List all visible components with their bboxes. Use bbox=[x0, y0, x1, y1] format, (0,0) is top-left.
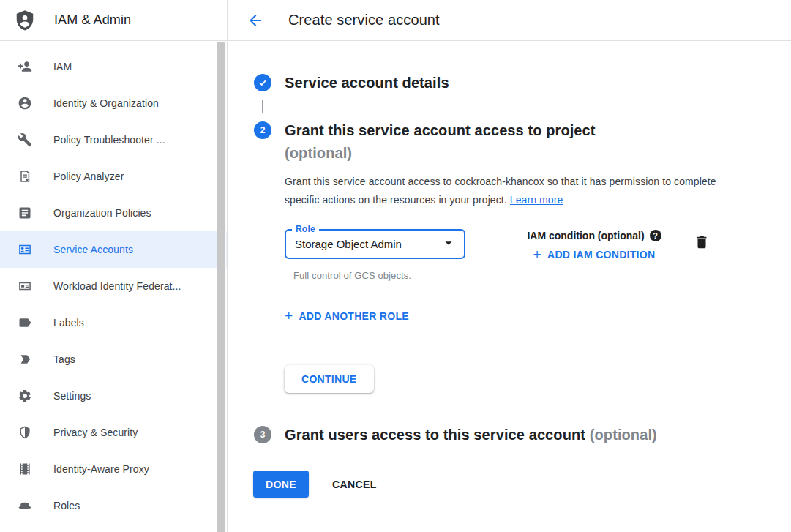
sidebar-item-label: Identity & Organization bbox=[53, 97, 159, 109]
sidebar-item-tags[interactable]: Tags bbox=[0, 341, 227, 378]
step-3-title: Grant users access to this service accou… bbox=[285, 424, 657, 446]
delete-role-button[interactable] bbox=[693, 234, 711, 252]
iam-shield-logo-icon bbox=[13, 9, 37, 32]
learn-more-link[interactable]: Learn more bbox=[510, 194, 563, 206]
person-add-icon bbox=[18, 59, 32, 74]
sidebar-item-label: Labels bbox=[53, 317, 84, 329]
identity-person-icon bbox=[18, 96, 32, 110]
back-arrow-icon bbox=[247, 12, 264, 29]
step-1-rail bbox=[254, 72, 271, 94]
step-2-description: Grant this service account access to coc… bbox=[285, 173, 719, 209]
sidebar-item-label: Service Accounts bbox=[53, 244, 133, 255]
role-helper-text: Full control of GCS objects. bbox=[293, 270, 719, 281]
sidebar-item-label: Settings bbox=[53, 390, 91, 402]
gear-icon bbox=[18, 389, 32, 403]
document-lines-icon bbox=[18, 206, 32, 220]
step-connector-line bbox=[262, 100, 263, 113]
shield-half-icon bbox=[18, 425, 32, 440]
wrench-icon bbox=[18, 132, 32, 147]
sidebar-item-service-accounts[interactable]: Service Accounts bbox=[0, 231, 227, 268]
sidebar-item-label: Privacy & Security bbox=[53, 427, 138, 438]
sidebar-item-label: Organization Policies bbox=[53, 207, 151, 219]
label-tag-icon bbox=[18, 315, 32, 330]
sidebar-item-label: Policy Troubleshooter ... bbox=[53, 134, 165, 146]
sidebar-item-label: Identity-Aware Proxy bbox=[53, 463, 149, 475]
iam-condition-label: IAM condition (optional) bbox=[527, 230, 644, 241]
id-card-icon bbox=[18, 279, 32, 293]
plus-icon: + bbox=[285, 311, 293, 321]
scrollbar-thumb[interactable] bbox=[217, 42, 225, 532]
service-account-badge-icon bbox=[18, 242, 32, 257]
dropdown-caret-icon bbox=[441, 235, 457, 254]
step-2-rail: 2 bbox=[254, 119, 271, 412]
page-header: Create service account bbox=[228, 0, 791, 41]
back-button[interactable] bbox=[247, 12, 264, 29]
add-iam-condition-button[interactable]: + ADD IAM CONDITION bbox=[533, 249, 656, 261]
sidebar-item-organization-policies[interactable]: Organization Policies bbox=[0, 195, 227, 231]
sidebar-item-label: IAM bbox=[53, 61, 72, 72]
role-field-label: Role bbox=[292, 224, 319, 234]
filmstrip-icon bbox=[18, 462, 32, 476]
sidebar-item-privacy-security[interactable]: Privacy & Security bbox=[0, 414, 227, 451]
step-2-connector-line bbox=[263, 146, 263, 402]
step-2-title: Grant this service account access to pro… bbox=[285, 119, 719, 165]
sidebar-header: IAM & Admin bbox=[0, 0, 227, 41]
iam-condition-label-row: IAM condition (optional) ? bbox=[527, 230, 661, 241]
iam-condition-column: IAM condition (optional) ? + ADD IAM CON… bbox=[517, 229, 671, 262]
step-2-number-badge: 2 bbox=[254, 121, 271, 139]
step-3-number-badge: 3 bbox=[254, 426, 271, 443]
step-1-service-account-details: Service account details bbox=[228, 72, 791, 94]
sidebar-scrollbar[interactable] bbox=[217, 42, 226, 532]
footer-actions: DONE CANCEL bbox=[253, 471, 791, 498]
sidebar: IAM & Admin IAM Identity & Organization … bbox=[0, 0, 228, 532]
sidebar-item-labels[interactable]: Labels bbox=[0, 304, 227, 341]
page-title: Create service account bbox=[288, 12, 440, 29]
plus-icon: + bbox=[533, 250, 541, 260]
step-1-complete-icon bbox=[254, 74, 271, 91]
sidebar-nav: IAM Identity & Organization Policy Troub… bbox=[0, 41, 227, 524]
step-1-body: Service account details bbox=[285, 72, 449, 94]
sidebar-item-identity-organization[interactable]: Identity & Organization bbox=[0, 85, 227, 121]
sidebar-item-roles[interactable]: Roles bbox=[0, 487, 227, 524]
sidebar-item-settings[interactable]: Settings bbox=[0, 378, 227, 414]
sidebar-item-label: Tags bbox=[53, 353, 75, 365]
main-panel: Create service account Service account d… bbox=[228, 0, 791, 532]
done-button[interactable]: DONE bbox=[253, 471, 309, 498]
step-3-rail: 3 bbox=[254, 424, 271, 446]
sidebar-item-identity-aware-proxy[interactable]: Identity-Aware Proxy bbox=[0, 451, 227, 487]
hat-icon bbox=[18, 498, 32, 513]
document-gear-icon bbox=[18, 169, 32, 184]
role-selected-value: Storage Object Admin bbox=[295, 238, 402, 250]
step-1-title: Service account details bbox=[285, 72, 449, 94]
product-name: IAM & Admin bbox=[54, 12, 131, 28]
sidebar-item-label: Roles bbox=[53, 500, 80, 512]
continue-button[interactable]: CONTINUE bbox=[285, 365, 374, 393]
step-2-optional-label: (optional) bbox=[285, 142, 719, 165]
step-2-body: Grant this service account access to pro… bbox=[285, 119, 719, 412]
role-select[interactable]: Role Storage Object Admin bbox=[285, 229, 465, 259]
trash-icon bbox=[694, 234, 710, 250]
sidebar-item-policy-troubleshooter[interactable]: Policy Troubleshooter ... bbox=[0, 121, 227, 158]
cancel-button[interactable]: CANCEL bbox=[332, 479, 377, 490]
sidebar-item-workload-identity-federation[interactable]: Workload Identity Federat... bbox=[0, 268, 227, 304]
sidebar-item-label: Policy Analyzer bbox=[53, 171, 124, 182]
role-row: Role Storage Object Admin Full control o… bbox=[285, 229, 719, 281]
sidebar-item-label: Workload Identity Federat... bbox=[53, 280, 181, 292]
step-3-body: Grant users access to this service accou… bbox=[285, 424, 657, 446]
help-icon[interactable]: ? bbox=[650, 230, 661, 241]
sidebar-item-iam[interactable]: IAM bbox=[0, 48, 227, 85]
iam-admin-app: IAM & Admin IAM Identity & Organization … bbox=[0, 0, 791, 532]
step-2-grant-access: 2 Grant this service account access to p… bbox=[228, 119, 791, 412]
stepper-content: Service account details 2 Grant this ser… bbox=[228, 41, 791, 498]
step-3-grant-users-access: 3 Grant users access to this service acc… bbox=[228, 424, 791, 446]
sidebar-item-policy-analyzer[interactable]: Policy Analyzer bbox=[0, 158, 227, 195]
add-another-role-button[interactable]: + ADD ANOTHER ROLE bbox=[285, 310, 409, 322]
step-3-optional-label: (optional) bbox=[590, 427, 657, 443]
tag-arrow-icon bbox=[18, 352, 32, 367]
